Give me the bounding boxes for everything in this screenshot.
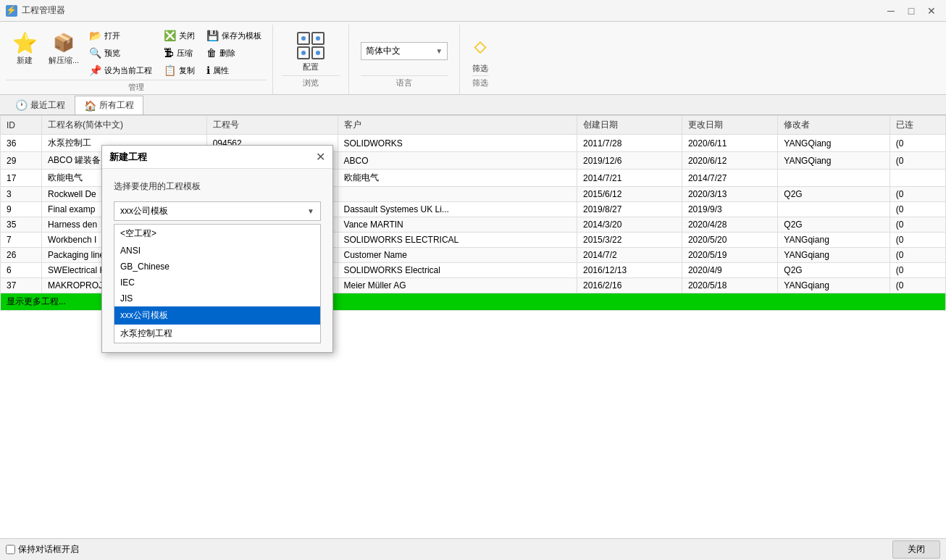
col-connected[interactable]: 已连 [890, 116, 945, 135]
col-created[interactable]: 创建日期 [577, 116, 682, 135]
new-icon: ⭐ [13, 31, 36, 54]
table-cell: 2020/6/12 [682, 152, 777, 170]
open-icon: 📂 [89, 30, 101, 41]
small-group-2: ❎ 关闭 🗜 压缩 📋 复制 [159, 28, 200, 78]
compress-button[interactable]: 🗜 压缩 [159, 45, 200, 61]
template-selected-value: xxx公司模板 [120, 205, 307, 217]
table-cell: 2020/5/19 [682, 248, 777, 263]
table-cell: SOLIDWORKS ELECTRICAL [338, 233, 577, 248]
close-proj-button[interactable]: ❎ 关闭 [159, 28, 200, 43]
filter-button[interactable]: ⬦ 筛选 [472, 28, 489, 74]
table-cell: 29 [1, 152, 42, 170]
modal-subtitle: 选择要使用的工程模板 [114, 180, 321, 193]
table-cell [778, 202, 890, 217]
compress-label: 压缩 [177, 48, 193, 59]
table-cell: Dassault Systemes UK Li... [338, 202, 577, 217]
table-cell: Customer Name [338, 248, 577, 263]
dropdown-option[interactable]: GB_Chinese [114, 259, 320, 275]
table-cell: Meier Müller AG [338, 278, 577, 293]
ribbon-group-manage: ⭐ 新建 📦 解压缩... 📂 打开 🔍 预览 [0, 25, 273, 94]
filter-label: 筛选 [472, 75, 489, 90]
open-button[interactable]: 📂 打开 [84, 28, 157, 43]
table-cell: 37 [1, 278, 42, 293]
table-cell: 2015/3/22 [577, 233, 682, 248]
properties-button[interactable]: ℹ 属性 [201, 62, 267, 78]
modal-close-button[interactable]: ✕ [316, 150, 325, 164]
table-cell: 2020/6/11 [682, 135, 777, 152]
unzip-label: 解压缩... [49, 56, 79, 65]
manage-buttons: ⭐ 新建 📦 解压缩... 📂 打开 🔍 预览 [6, 28, 267, 78]
ribbon-group-browse: 配置 浏览 [273, 25, 349, 94]
tab-recent[interactable]: 🕐 最近工程 [6, 96, 75, 114]
setcurrent-button[interactable]: 📌 设为当前工程 [84, 62, 157, 78]
close-proj-icon: ❎ [164, 30, 176, 41]
table-cell: (0 [890, 278, 945, 293]
keep-open-checkbox[interactable] [6, 545, 15, 554]
table-cell: (0 [890, 135, 945, 152]
col-number[interactable]: 工程号 [206, 116, 338, 135]
preview-button[interactable]: 🔍 预览 [84, 45, 157, 61]
table-cell: 36 [1, 135, 42, 152]
ribbon-group-filter: ⬦ 筛选 筛选 [460, 25, 501, 94]
language-select[interactable]: 简体中文 ▼ [361, 42, 448, 60]
saveas-button[interactable]: 💾 保存为模板 [201, 28, 267, 43]
table-cell: SOLIDWORKS Electrical [338, 263, 577, 278]
recent-tab-label: 最近工程 [30, 99, 65, 112]
dropdown-option[interactable]: ANSI [114, 243, 320, 259]
table-cell: (0 [890, 202, 945, 217]
table-cell: 2015/6/12 [577, 187, 682, 202]
new-button[interactable]: ⭐ 新建 [6, 28, 43, 67]
table-cell: (0 [890, 233, 945, 248]
close-window-button[interactable]: ✕ [923, 2, 940, 20]
template-dropdown-list: <空工程>ANSIGB_ChineseIECJISxxx公司模板水泵控制工程 [114, 224, 321, 343]
table-cell [890, 170, 945, 187]
copy-icon: 📋 [164, 64, 176, 76]
dropdown-option[interactable]: IEC [114, 275, 320, 291]
maximize-button[interactable]: □ [903, 2, 920, 20]
title-bar-left: ⚡ 工程管理器 [6, 4, 65, 17]
table-cell: 欧能电气 [338, 170, 577, 187]
dropdown-option[interactable]: <空工程> [114, 225, 320, 243]
table-cell: YANGQiang [778, 135, 890, 152]
keep-open-wrap: 保持对话框开启 [6, 543, 79, 556]
config-button[interactable]: 配置 [295, 30, 327, 72]
unzip-button[interactable]: 📦 解压缩... [45, 28, 83, 67]
table-cell: 2014/7/2 [577, 248, 682, 263]
table-cell: (0 [890, 248, 945, 263]
col-modified[interactable]: 更改日期 [682, 116, 777, 135]
dropdown-option[interactable]: 水泵控制工程 [114, 325, 320, 343]
new-project-dialog: 新建工程 ✕ 选择要使用的工程模板 xxx公司模板 ▼ <空工程>ANSIGB_… [101, 145, 333, 353]
delete-button[interactable]: 🗑 删除 [201, 45, 267, 61]
delete-icon: 🗑 [206, 47, 217, 59]
setcurrent-label: 设为当前工程 [104, 65, 152, 76]
modal-titlebar: 新建工程 ✕ [102, 146, 332, 169]
table-cell: SOLIDWORKS [338, 135, 577, 152]
tab-all[interactable]: 🏠 所有工程 [75, 96, 143, 114]
setcurrent-icon: 📌 [89, 64, 101, 76]
preview-label: 预览 [104, 48, 120, 59]
tab-bar: 🕐 最近工程 🏠 所有工程 [0, 95, 946, 115]
saveas-icon: 💾 [206, 30, 219, 41]
col-id[interactable]: ID [1, 116, 42, 135]
modal-title: 新建工程 [109, 151, 147, 164]
filter-icon: ⬦ [472, 28, 489, 60]
copy-button[interactable]: 📋 复制 [159, 62, 200, 78]
minimize-button[interactable]: ─ [882, 2, 900, 20]
properties-icon: ℹ [206, 64, 210, 76]
col-name[interactable]: 工程名称(简体中文) [42, 116, 207, 135]
title-bar: ⚡ 工程管理器 ─ □ ✕ [0, 0, 946, 22]
properties-label: 属性 [213, 65, 229, 76]
all-tab-label: 所有工程 [99, 99, 134, 112]
dropdown-option[interactable]: xxx公司模板 [114, 306, 320, 325]
col-client[interactable]: 客户 [338, 116, 577, 135]
new-label: 新建 [17, 56, 33, 65]
config-label: 配置 [303, 62, 319, 72]
template-dropdown[interactable]: xxx公司模板 ▼ [114, 201, 321, 221]
table-cell: YANGqiang [778, 233, 890, 248]
table-cell: 2019/8/27 [577, 202, 682, 217]
main-close-button[interactable]: 关闭 [892, 540, 940, 559]
dropdown-option[interactable]: JIS [114, 291, 320, 306]
table-cell [338, 187, 577, 202]
table-cell: Q2G [778, 187, 890, 202]
col-modifier[interactable]: 修改者 [778, 116, 890, 135]
